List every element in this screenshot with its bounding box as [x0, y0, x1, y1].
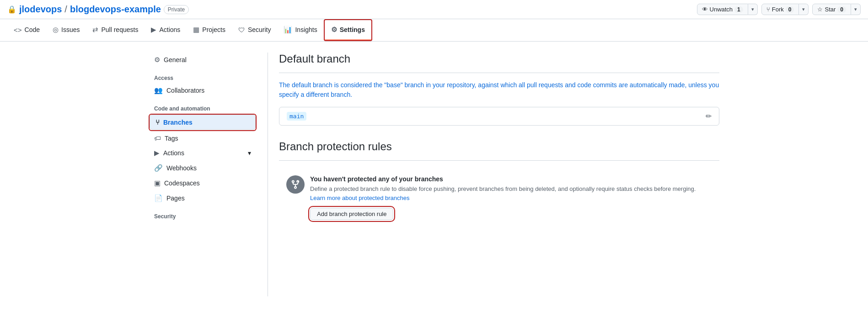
- settings-tab-box: ⚙ Settings: [324, 19, 372, 41]
- actions-sidebar-icon: ▶: [154, 149, 160, 157]
- header-actions: 👁 Unwatch 1 ▾ ⑂ Fork 0 ▾ ☆ Star 0 ▾: [697, 4, 861, 15]
- branches-icon: ⑂: [155, 118, 160, 126]
- tab-settings[interactable]: ⚙ Settings: [325, 20, 371, 40]
- star-caret[interactable]: ▾: [851, 4, 861, 15]
- section-divider-2: [279, 160, 719, 161]
- tab-pull-requests[interactable]: ⇄ Pull requests: [86, 20, 145, 40]
- issues-icon: ◎: [53, 26, 59, 34]
- add-branch-protection-rule-button[interactable]: Add branch protection rule: [310, 208, 393, 220]
- sidebar-item-general[interactable]: ⚙ General: [149, 53, 257, 67]
- settings-icon: ⚙: [331, 26, 337, 34]
- pull-requests-icon: ⇄: [92, 26, 98, 34]
- actions-icon: ▶: [151, 26, 156, 34]
- sidebar-item-pages[interactable]: 📄 Pages: [149, 191, 257, 205]
- fork-button[interactable]: ⑂ Fork 0: [761, 4, 799, 15]
- fork-count: 0: [786, 6, 794, 13]
- org-link[interactable]: jlodevops: [19, 4, 62, 15]
- slash-separator: /: [64, 4, 67, 15]
- tab-projects[interactable]: ▦ Projects: [187, 20, 232, 40]
- eye-icon: 👁: [702, 6, 708, 13]
- edit-branch-icon[interactable]: ✏: [706, 112, 712, 121]
- fork-caret[interactable]: ▾: [799, 4, 809, 15]
- star-icon: ☆: [817, 6, 823, 13]
- tab-actions[interactable]: ▶ Actions: [145, 20, 187, 40]
- learn-more-link[interactable]: Learn more about protected branches: [310, 195, 410, 201]
- protection-empty-box: You haven't protected any of your branch…: [279, 168, 719, 227]
- private-badge: Private: [164, 5, 189, 14]
- branch-name-badge: main: [287, 112, 306, 121]
- tags-icon: 🏷: [154, 134, 161, 142]
- tab-security[interactable]: 🛡 Security: [232, 21, 278, 40]
- security-icon: 🛡: [238, 26, 245, 34]
- protection-section: Branch protection rules You haven't prot…: [279, 140, 719, 227]
- lock-icon: 🔒: [7, 5, 16, 14]
- fork-group: ⑂ Fork 0 ▾: [761, 4, 809, 15]
- star-count: 0: [837, 6, 846, 13]
- insights-icon: 📊: [284, 26, 292, 34]
- code-icon: <>: [14, 26, 22, 34]
- unwatch-count: 1: [734, 6, 743, 13]
- protection-text: You haven't protected any of your branch…: [310, 175, 712, 220]
- general-icon: ⚙: [154, 56, 160, 64]
- nav-tabs: <> Code ◎ Issues ⇄ Pull requests ▶ Actio…: [0, 19, 868, 42]
- page-layout: ⚙ General Access 👥 Collaborators Code an…: [141, 42, 727, 307]
- sidebar-section-code-automation: Code and automation: [149, 98, 257, 114]
- repo-link[interactable]: blogdevops-example: [70, 4, 161, 15]
- sidebar-section-security: Security: [149, 206, 257, 221]
- collaborators-icon: 👥: [154, 86, 163, 95]
- pages-icon: 📄: [154, 194, 163, 202]
- unwatch-caret[interactable]: ▾: [748, 4, 758, 15]
- branches-sidebar-box: ⑂ Branches: [149, 114, 257, 131]
- tab-code[interactable]: <> Code: [7, 21, 46, 40]
- sidebar-item-webhooks[interactable]: 🔗 Webhooks: [149, 161, 257, 175]
- fork-icon: ⑂: [766, 6, 770, 13]
- default-branch-description: The default branch is considered the "ba…: [279, 80, 719, 100]
- protection-empty-paragraph: Define a protected branch rule to disabl…: [310, 184, 712, 202]
- section-divider-1: [279, 73, 719, 73]
- sidebar-item-branches[interactable]: ⑂ Branches: [150, 115, 256, 130]
- protection-empty-heading: You haven't protected any of your branch…: [310, 175, 712, 183]
- projects-icon: ▦: [193, 26, 199, 34]
- chevron-down-icon: ▾: [248, 149, 251, 157]
- protection-title: Branch protection rules: [279, 140, 719, 157]
- tab-insights[interactable]: 📊 Insights: [277, 20, 323, 40]
- protection-avatar: [286, 175, 305, 194]
- sidebar-item-codespaces[interactable]: ▣ Codespaces: [149, 176, 257, 190]
- sidebar-item-collaborators[interactable]: 👥 Collaborators: [149, 83, 257, 98]
- sidebar-item-tags[interactable]: 🏷 Tags: [149, 131, 257, 145]
- sidebar-item-actions[interactable]: ▶ Actions ▾: [149, 146, 257, 160]
- star-group: ☆ Star 0 ▾: [812, 4, 861, 15]
- unwatch-button[interactable]: 👁 Unwatch 1: [697, 4, 748, 15]
- webhooks-icon: 🔗: [154, 164, 163, 172]
- main-content: Default branch The default branch is con…: [268, 53, 719, 296]
- fork-label: Fork: [772, 6, 784, 13]
- star-button[interactable]: ☆ Star 0: [812, 4, 851, 15]
- sidebar-section-access: Access: [149, 68, 257, 83]
- unwatch-group: 👁 Unwatch 1 ▾: [697, 4, 758, 15]
- repo-title: 🔒 jlodevops / blogdevops-example Private: [7, 4, 189, 15]
- tab-issues[interactable]: ◎ Issues: [46, 20, 86, 40]
- star-label: Star: [825, 6, 836, 13]
- unwatch-label: Unwatch: [710, 6, 733, 13]
- default-branch-title: Default branch: [279, 53, 719, 69]
- sidebar: ⚙ General Access 👥 Collaborators Code an…: [149, 53, 268, 296]
- top-header: 🔒 jlodevops / blogdevops-example Private…: [0, 0, 868, 19]
- branch-box: main ✏: [279, 107, 719, 126]
- codespaces-icon: ▣: [154, 179, 161, 187]
